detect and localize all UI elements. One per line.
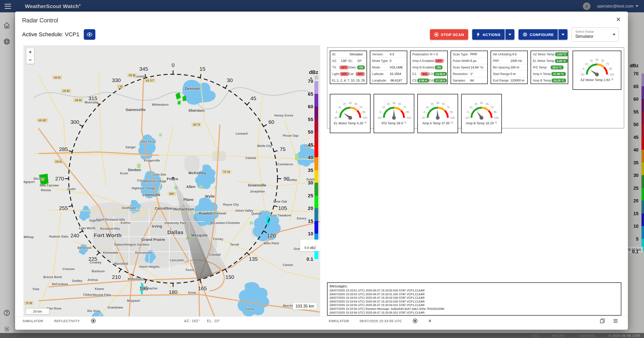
select-radar-dropdown[interactable]: Select Radar Simulator (572, 27, 619, 42)
status-label: Amp A Temp: (533, 72, 551, 76)
product-label[interactable]: REFLECTIVITY (54, 319, 80, 323)
city-label: Leonard (236, 132, 248, 135)
city-label: Decatur (33, 177, 45, 180)
azimuth-label: 300 (70, 119, 79, 125)
city-label: Lewisville (142, 192, 160, 197)
status-cell: Latitude:33.1554 (372, 72, 405, 76)
status-value: OFF (340, 72, 349, 76)
svg-text:40: 40 (480, 101, 483, 104)
status-badge: OFF (339, 65, 348, 69)
status-label: Mode Type: (372, 59, 390, 63)
status-label: EL: (332, 79, 337, 82)
status-badge: 6.96 A (417, 79, 429, 83)
status-value: 1000 Hz (510, 59, 526, 63)
svg-text:85: 85 (609, 67, 612, 70)
svg-text:100: 100 (363, 116, 367, 119)
status-value: 4.26 °C (555, 59, 568, 63)
configure-button-group: CONFIGURE (518, 29, 568, 40)
city-label: Joshua (87, 278, 98, 282)
zoom-in-button[interactable]: + (26, 48, 34, 56)
dbz-tick-label: 30 (308, 180, 313, 186)
azimuth-label: 345 (139, 66, 148, 72)
city-label: Kemp (246, 307, 254, 311)
gauge: -20-5102540557085100AZ Motor Temp 2.63 °… (573, 55, 621, 85)
city-label: Fort Worth (94, 232, 122, 238)
dbz-segment (314, 132, 318, 145)
status-value: 13.38 A (434, 72, 447, 76)
status-row: Mode Type:0 (370, 58, 407, 64)
city-label: Little Elm (152, 173, 166, 176)
gear-icon (522, 32, 528, 37)
svg-text:55: 55 (398, 102, 401, 105)
source-label[interactable]: SIMULATOR (23, 319, 43, 323)
source-label: SIMULATOR (329, 319, 349, 323)
svg-text:-5: -5 (379, 110, 381, 114)
dbz-blank-swatch (314, 76, 318, 80)
status-value: 64 (470, 79, 486, 82)
status-value: OFF (339, 66, 348, 69)
actions-button-group: ACTIONS (472, 29, 514, 40)
azimuth-label: 30 (227, 77, 233, 83)
status-value: OFF (435, 59, 446, 63)
road-shield: TX 59 (24, 301, 33, 305)
city-label: Duncanville (135, 251, 152, 254)
record-stop-icon[interactable] (413, 318, 418, 323)
azimuth-label: 180 (169, 289, 177, 295)
status-cell: C4:37.18 A (429, 79, 446, 82)
map-zoom-control: + − (26, 48, 34, 64)
configure-button[interactable]: CONFIGURE (518, 29, 558, 40)
svg-text:70: 70 (606, 62, 609, 65)
status-value: VOLUME (390, 66, 405, 69)
city-label: University Park (164, 221, 186, 225)
status-label: Stalo: (348, 66, 357, 69)
gauge: -20-5102540557085100Amp A Temp 37.95 °C (418, 99, 457, 128)
clear-icon[interactable]: ✕ (428, 318, 432, 324)
status-row: Version:4.3 (370, 51, 407, 58)
copy-icon[interactable] (600, 318, 605, 324)
gauge-panel: -20-5102540557085100EL Motor Temp 4.26 °… (330, 94, 371, 133)
status-value: ON (435, 66, 446, 69)
status-label: Light: (332, 72, 340, 76)
azimuth-label: 330 (112, 77, 121, 83)
status-label: Resolution: (453, 72, 470, 76)
elevation-readout: EL: 10° (207, 319, 220, 323)
radar-map[interactable]: DallasFort WorthDentonMcKinneyFriscoLewi… (23, 45, 320, 317)
actions-button[interactable]: ACTIONS (472, 29, 505, 40)
azimuth-readout: AZ: 162° (184, 319, 200, 323)
configure-dropdown-button[interactable] (558, 29, 568, 40)
menu-lines-icon[interactable] (613, 319, 618, 323)
svg-text:10: 10 (469, 106, 472, 109)
status-value: 1° (470, 72, 486, 76)
status-panel: Vel Unfolding:4:3PRF:1000 HzBin Spacing:… (491, 51, 528, 84)
city-label: Ennis (188, 291, 196, 294)
status-row: Latitude:33.1554 (370, 71, 407, 77)
city-label: Midlothian (128, 277, 143, 281)
view-schedule-button[interactable] (84, 29, 95, 40)
status-cell: AZ Motor Temp:2.63 °C (533, 53, 566, 56)
actions-dropdown-button[interactable] (505, 29, 514, 40)
status-label: Samples: (453, 79, 470, 82)
status-cell: C2:13.38 A (429, 72, 446, 76)
azimuth-label: 15 (199, 66, 205, 72)
close-icon[interactable]: ✕ (616, 16, 621, 23)
zoom-out-button[interactable]: − (26, 56, 34, 64)
city-label: Mesquite (191, 233, 208, 237)
status-badge: OFF (356, 72, 365, 76)
status-value: N/A (421, 72, 429, 76)
road-shield: US 287 (37, 118, 48, 122)
gauge-panel-az-motor: -20-5102540557085100AZ Motor Temp 2.63 °… (573, 51, 621, 90)
messages-log[interactable]: Messages: (06/07/2025 15:33:51 UTC) 2025… (327, 282, 621, 316)
record-stop-icon[interactable] (91, 318, 96, 323)
status-badge: OFF (435, 59, 444, 63)
svg-text:40: 40 (349, 101, 352, 104)
status-label: EL Motor Temp: (533, 59, 555, 63)
svg-text:10: 10 (585, 62, 588, 65)
azimuth-label: 225 (89, 256, 97, 262)
status-badge: OFF (340, 72, 349, 76)
status-value: 138° (341, 59, 348, 63)
status-cell: Scan Type:PPIF (453, 53, 486, 56)
stop-scan-button[interactable]: STOP SCAN (430, 29, 468, 40)
svg-text:70: 70 (403, 106, 406, 109)
city-label: Glenn Heights (139, 265, 159, 269)
azimuth-label: 135 (249, 256, 258, 262)
